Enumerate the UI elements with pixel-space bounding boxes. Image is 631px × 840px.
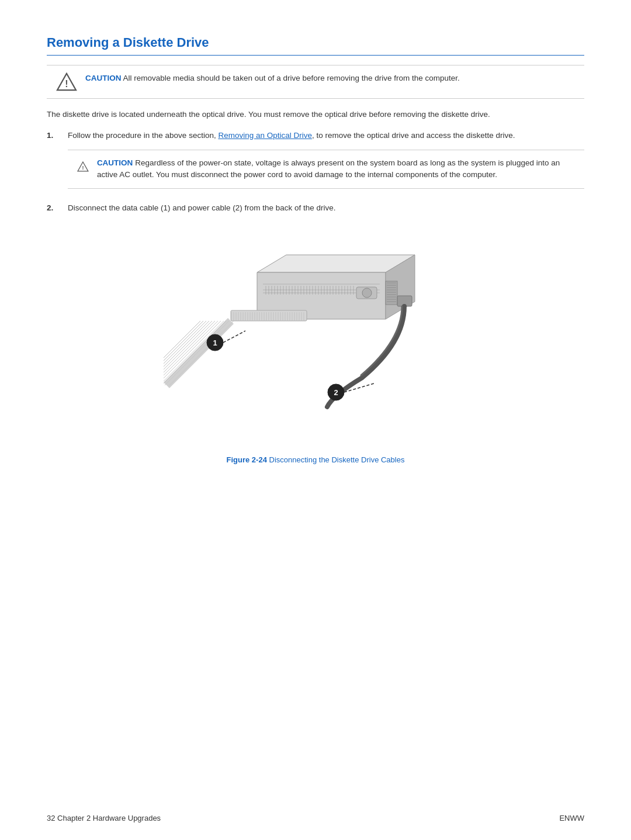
svg-point-11 bbox=[362, 288, 372, 298]
svg-text:!: ! bbox=[82, 165, 84, 171]
step-1-text-after: , to remove the optical drive and access… bbox=[312, 131, 515, 140]
section-title: Removing a Diskette Drive bbox=[47, 35, 584, 50]
step-1-text-before: Follow the procedure in the above sectio… bbox=[68, 131, 218, 140]
caution-label-2: CAUTION bbox=[97, 158, 133, 167]
step-1-content: Follow the procedure in the above sectio… bbox=[68, 129, 584, 195]
svg-text:!: ! bbox=[65, 79, 68, 89]
figure-image: 1 2 bbox=[164, 226, 467, 448]
figure-caption: Figure 2-24 Disconnecting the Diskette D… bbox=[47, 455, 584, 464]
step-1-number: 1. bbox=[47, 129, 58, 195]
figure-caption-text: Disconnecting the Diskette Drive Cables bbox=[267, 455, 405, 464]
caution-text-1: CAUTION All removable media should be ta… bbox=[85, 72, 460, 84]
step-2: 2. Disconnect the data cable (1) and pow… bbox=[47, 202, 584, 215]
steps-list: 1. Follow the procedure in the above sec… bbox=[47, 129, 584, 215]
intro-paragraph: The diskette drive is located underneath… bbox=[47, 108, 584, 121]
caution-triangle-icon-2: ! bbox=[77, 157, 89, 176]
svg-line-87 bbox=[169, 321, 234, 385]
page-footer: 32 Chapter 2 Hardware Upgrades ENWW bbox=[47, 814, 584, 822]
step-1-link[interactable]: Removing an Optical Drive bbox=[218, 131, 312, 140]
caution-body-2-text: Regardless of the power-on state, voltag… bbox=[97, 158, 560, 179]
svg-line-86 bbox=[167, 321, 231, 385]
caution-triangle-icon-1: ! bbox=[56, 72, 77, 91]
caution-box-2: ! CAUTION Regardless of the power-on sta… bbox=[68, 150, 584, 189]
section-divider bbox=[47, 55, 584, 56]
step-1: 1. Follow the procedure in the above sec… bbox=[47, 129, 584, 195]
caution-body-1-text: All removable media should be taken out … bbox=[123, 74, 460, 82]
svg-rect-43 bbox=[386, 281, 397, 305]
step-2-text: Disconnect the data cable (1) and power … bbox=[68, 202, 336, 215]
caution-box-1: ! CAUTION All removable media should be … bbox=[47, 65, 584, 99]
caution-label-1: CAUTION bbox=[85, 74, 122, 82]
svg-text:1: 1 bbox=[213, 338, 217, 347]
figure-container: 1 2 Figure 2-24 Disconnecting the Disket… bbox=[47, 226, 584, 464]
svg-text:2: 2 bbox=[334, 388, 338, 397]
footer-left: 32 Chapter 2 Hardware Upgrades bbox=[47, 814, 161, 822]
figure-caption-label: Figure 2-24 bbox=[227, 455, 267, 464]
svg-line-101 bbox=[223, 331, 245, 343]
step-2-number: 2. bbox=[47, 202, 58, 215]
caution-text-2: CAUTION Regardless of the power-on state… bbox=[97, 157, 575, 181]
footer-right: ENWW bbox=[559, 814, 584, 822]
